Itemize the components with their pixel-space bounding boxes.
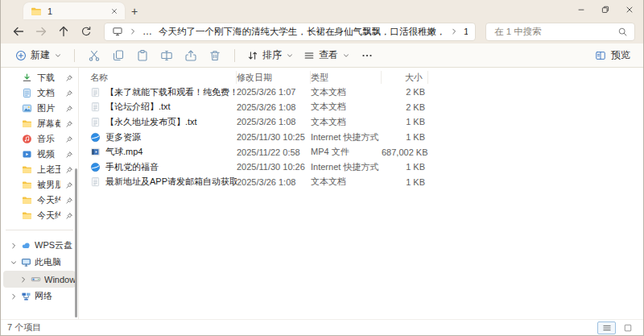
toolbar-divider — [74, 49, 75, 62]
preview-toggle-button[interactable]: 预览 — [592, 46, 634, 65]
file-type: MP4 文件 — [311, 146, 382, 158]
file-row[interactable]: 气球.mp42025/11/22 0:58MP4 文件687,002 KB — [79, 144, 643, 160]
back-button[interactable] — [9, 22, 28, 41]
sidebar-scrollbar[interactable] — [75, 168, 77, 317]
sidebar-item-folder-3[interactable]: 今天约的第一 — [1, 193, 78, 208]
file-type: 文本文档 — [311, 116, 382, 128]
file-row[interactable]: 手机党的福音2025/11/30 10:26Internet 快捷方式1 KB — [79, 160, 643, 175]
more-options-button[interactable] — [357, 46, 378, 65]
pin-icon — [65, 197, 73, 205]
cut-button[interactable] — [84, 46, 105, 65]
file-row[interactable]: 【论坛介绍】.txt2025/3/26 1:08文本文档2 KB — [79, 100, 643, 115]
sidebar-item-folder-2[interactable]: 被男朋友拍了 — [1, 177, 78, 193]
sidebar-item-label: 图片 — [37, 102, 60, 114]
file-name: 气球.mp4 — [105, 146, 142, 158]
file-row[interactable]: 【来了就能下载和观看！纯免费！】.txt2025/3/26 1:07文本文档2 … — [79, 85, 643, 100]
file-date-modified: 2025/11/22 0:58 — [237, 147, 311, 157]
up-button[interactable] — [54, 22, 73, 41]
sidebar-item-label: 被男朋友拍了 — [37, 179, 60, 191]
sidebar-item-downloads[interactable]: 下载 — [1, 70, 78, 85]
restore-button[interactable] — [593, 1, 617, 19]
file-row[interactable]: 更多资源2025/11/30 10:25Internet 快捷方式1 KB — [79, 130, 643, 145]
paste-button[interactable] — [132, 46, 153, 65]
sidebar-item-label: Windows-SSD — [44, 275, 76, 284]
search-box — [485, 23, 635, 41]
sidebar-item-label: 视频 — [37, 148, 60, 160]
chevron-right-icon[interactable] — [10, 292, 18, 301]
tab-bar: 1 + — [1, 0, 643, 19]
sidebar-item-documents[interactable]: 文档 — [1, 85, 78, 101]
sort-icon — [247, 50, 258, 61]
trash-icon — [208, 49, 221, 62]
pictures-icon — [22, 103, 32, 114]
breadcrumb-current-folder[interactable]: 1 — [464, 27, 468, 36]
sidebar-item-pictures[interactable]: 图片 — [1, 101, 78, 116]
forward-button[interactable] — [31, 22, 51, 41]
file-size: 687,002 KB — [382, 147, 428, 157]
file-name: 【来了就能下载和观看！纯免费！】.txt — [105, 86, 237, 98]
view-list-icon — [303, 50, 315, 61]
sidebar-item-label: 上老王论坛当 — [37, 164, 60, 176]
file-row[interactable]: 【永久地址发布页】.txt2025/3/26 1:08文本文档1 KB — [79, 114, 643, 130]
sidebar-item-this-pc[interactable]: 此电脑 — [3, 254, 76, 271]
file-row[interactable]: 最新地址及APP请发邮箱自动获取！！！.txt2025/3/26 1:08文本文… — [79, 175, 643, 190]
new-tab-button[interactable]: + — [125, 2, 144, 19]
column-header-date-modified[interactable]: 修改日期 — [237, 71, 311, 84]
close-button[interactable] — [617, 1, 642, 19]
copy-button[interactable] — [108, 46, 129, 65]
details-view-toggle[interactable] — [597, 321, 616, 334]
rename-button[interactable] — [156, 46, 177, 65]
sidebar-item-network[interactable]: 网络 — [3, 288, 76, 305]
sidebar-item-folder-4[interactable]: 今天约了个刚 — [1, 208, 78, 223]
pin-icon — [65, 181, 73, 189]
up-icon — [57, 25, 70, 38]
minimize-button[interactable] — [569, 1, 593, 19]
breadcrumb-collapsed[interactable]: … — [142, 26, 153, 37]
search-input[interactable] — [493, 26, 613, 37]
file-size: 1 KB — [382, 177, 428, 187]
explorer-tab[interactable]: 1 — [23, 2, 125, 19]
sidebar-item-label: 网络 — [35, 290, 52, 302]
new-button[interactable]: 新建 — [10, 46, 67, 65]
chevron-right-icon[interactable] — [10, 242, 18, 250]
chevron-right-icon[interactable] — [19, 276, 27, 284]
folder-icon — [22, 118, 32, 129]
sidebar-item-videos[interactable]: 视频 — [1, 147, 78, 162]
pin-icon — [65, 74, 73, 82]
refresh-button[interactable] — [76, 22, 96, 41]
view-button[interactable]: 查看 — [299, 46, 355, 65]
sort-button[interactable]: 排序 — [242, 46, 299, 65]
file-type: 文本文档 — [311, 176, 382, 188]
pin-icon — [65, 105, 73, 113]
sidebar-item-music[interactable]: 音乐 — [1, 131, 78, 147]
file-name: 手机党的福音 — [105, 161, 159, 173]
share-button[interactable] — [180, 46, 201, 65]
copy-icon — [112, 49, 125, 62]
thumbnails-view-toggle[interactable] — [618, 321, 637, 334]
sidebar-item-screenshots[interactable]: 屏幕截图 — [1, 116, 78, 131]
file-date-modified: 2025/3/26 1:08 — [237, 102, 311, 112]
file-explorer-window: 1 + … 今天约了一个刚下海的清纯大学生，长裙在身仙气飘飘，口活很稚嫩，各种姿… — [0, 0, 644, 336]
file-name: 【论坛介绍】.txt — [105, 101, 171, 113]
breadcrumb-folder-name[interactable]: 今天约了一个刚下海的清纯大学生，长裙在身仙气飘飘，口活很稚嫩，各种姿势轮番上演 — [159, 26, 444, 38]
new-button-label: 新建 — [31, 48, 50, 62]
internet-icon — [90, 162, 101, 172]
chevron-down-icon — [286, 52, 294, 60]
column-header-type[interactable]: 类型 — [311, 71, 382, 84]
pin-icon — [65, 212, 73, 220]
chevron-down-icon[interactable] — [10, 259, 18, 267]
file-size: 1 KB — [382, 162, 428, 172]
file-size: 1 KB — [382, 117, 428, 127]
sidebar-item-wps-cloud[interactable]: WPS云盘 — [3, 237, 76, 254]
address-bar[interactable]: … 今天约了一个刚下海的清纯大学生，长裙在身仙气飘飘，口活很稚嫩，各种姿势轮番上… — [104, 23, 476, 41]
sidebar-item-folder-1[interactable]: 上老王论坛当 — [1, 162, 78, 177]
file-rows: 【来了就能下载和观看！纯免费！】.txt2025/3/26 1:07文本文档2 … — [79, 85, 643, 189]
sidebar-item-windows-ssd[interactable]: Windows-SSD — [3, 271, 76, 288]
sidebar-item-label: 音乐 — [37, 133, 60, 145]
txt-icon — [90, 176, 101, 187]
sidebar-item-label: 此电脑 — [35, 256, 61, 268]
tab-close-icon[interactable] — [110, 7, 118, 15]
column-header-size[interactable]: 大小 — [382, 71, 428, 84]
column-header-name[interactable]: 名称 — [90, 71, 237, 84]
delete-button[interactable] — [204, 46, 225, 65]
